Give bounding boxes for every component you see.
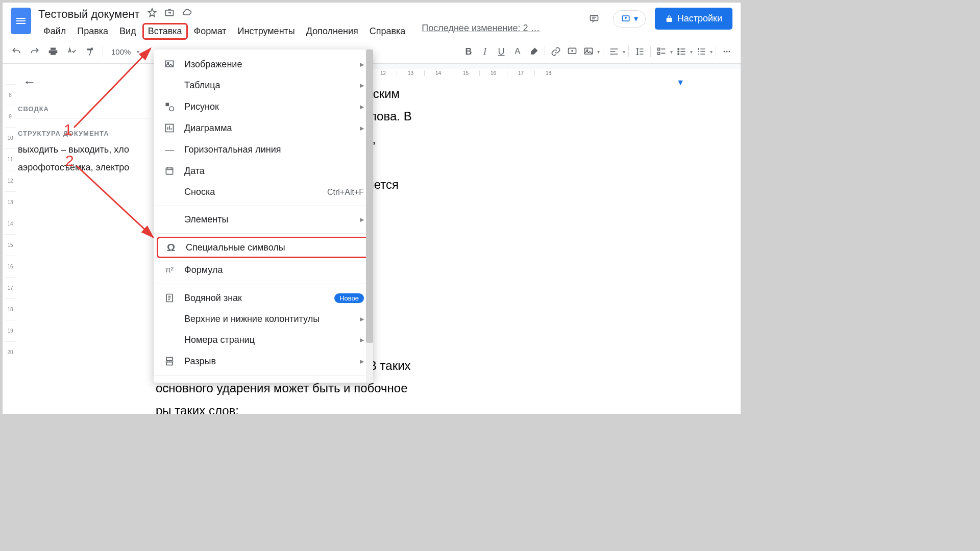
menu-item-chart[interactable]: Диаграмма ▶ [154,117,373,139]
more-button[interactable] [719,44,734,59]
menu-item-elements[interactable]: Элементы ▶ [154,209,373,230]
ruler-indent-marker-icon[interactable]: ▼ [676,78,684,87]
chevron-right-icon: ▶ [360,316,364,322]
watermark-icon [164,292,175,304]
menu-insert[interactable]: Вставка [142,23,188,40]
svg-rect-7 [658,53,660,55]
app-window: Тестовый документ Файл Правка Вид Вставк… [2,2,741,414]
document-title[interactable]: Тестовый документ [38,8,140,21]
menu-item-hr[interactable]: — Горизонтальная линия [154,139,373,160]
bullet-list-button[interactable] [674,44,689,59]
svg-rect-21 [166,358,173,361]
pi-icon: π² [164,264,175,276]
svg-point-11 [724,51,725,53]
outline-item[interactable]: выходить – выходить, хло [18,144,150,155]
svg-point-12 [726,51,728,53]
menu-item-special-characters[interactable]: Ω Специальные символы [157,237,370,258]
chevron-down-icon: ▾ [634,14,638,23]
cloud-status-icon[interactable] [182,8,192,21]
print-button[interactable] [45,44,61,59]
menu-tools[interactable]: Инструменты [233,23,300,40]
svg-point-13 [729,51,730,53]
menu-item-date[interactable]: Дата [154,160,373,182]
vertical-ruler[interactable]: 891011121314151617181920 [5,84,16,412]
last-edit-link[interactable]: Последнее изменение: 2 … [422,23,540,40]
menu-view[interactable]: Вид [114,23,141,40]
chart-icon [164,122,175,134]
menu-item-image[interactable]: Изображение ▶ [154,54,373,75]
menu-edit[interactable]: Правка [72,23,113,40]
chevron-right-icon: ▶ [360,337,364,343]
svg-point-8 [678,48,679,50]
svg-rect-1 [590,15,598,20]
annotation-label-1: 1 [64,121,72,138]
numbered-list-button[interactable] [694,44,709,59]
menu-format[interactable]: Формат [189,23,232,40]
chevron-right-icon: ▶ [360,125,364,132]
header-right: ▾ Настройки [584,8,732,30]
undo-button[interactable] [9,44,24,59]
menu-addons[interactable]: Дополнения [301,23,363,40]
menu-divider [154,233,373,234]
menu-divider [154,284,373,284]
align-button[interactable] [606,44,622,59]
calendar-icon [164,165,175,177]
bold-button[interactable]: B [461,44,476,59]
menu-help[interactable]: Справка [364,23,411,40]
menu-divider [154,375,373,375]
highlight-button[interactable] [526,44,542,59]
star-icon[interactable] [147,8,157,21]
menu-file[interactable]: Файл [38,23,71,40]
menu-item-headers-footers[interactable]: Верхние и нижние колонтитулы ▶ [154,309,373,330]
comments-icon[interactable] [584,9,604,29]
drawing-icon [164,101,175,112]
present-button[interactable]: ▾ [613,10,646,28]
shortcut-label: Ctrl+Alt+F [327,188,364,197]
svg-rect-16 [166,103,169,107]
menubar: Файл Правка Вид Вставка Формат Инструмен… [38,23,577,40]
menu-item-page-numbers[interactable]: Номера страниц ▶ [154,330,373,350]
title-area: Тестовый документ Файл Правка Вид Вставк… [38,8,577,40]
outline-sidebar: ← СВОДКА СТРУКТУРА ДОКУМЕНТА выходить – … [3,64,156,414]
back-arrow-icon[interactable]: ← [23,74,150,90]
menu-item-footnote[interactable]: Сноска Ctrl+Alt+F [154,182,373,203]
chevron-right-icon: ▶ [360,61,364,68]
svg-rect-22 [166,362,173,365]
image-icon [164,59,175,70]
menu-scrollbar-thumb[interactable] [366,49,373,343]
comment-button[interactable] [565,44,580,59]
menu-item-break[interactable]: Разрыв ▶ [154,350,373,372]
spellcheck-button[interactable] [64,44,79,59]
paint-format-button[interactable] [82,44,97,59]
outline-heading: СТРУКТУРА ДОКУМЕНТА [18,130,150,137]
insert-menu-popup: Изображение ▶ Таблица ▶ Рисунок ▶ Диагра… [154,49,373,383]
chevron-right-icon: ▶ [360,216,364,223]
line-spacing-button[interactable] [632,44,647,59]
menu-item-table[interactable]: Таблица ▶ [154,75,373,96]
menu-item-formula[interactable]: π² Формула [154,259,373,281]
svg-rect-19 [166,168,173,174]
chevron-right-icon: ▶ [360,104,364,110]
outline-item[interactable]: аэрофотосъёмка, электро [18,162,150,173]
hr-icon: — [164,144,175,155]
checklist-button[interactable] [654,44,669,59]
settings-button[interactable]: Настройки [655,8,732,30]
text-color-button[interactable]: A [510,44,525,59]
settings-label: Настройки [677,13,722,24]
image-toolbar-button[interactable] [581,44,596,59]
menu-item-watermark[interactable]: Водяной знак Новое [154,287,373,309]
svg-point-9 [678,51,679,53]
divider [18,118,150,118]
link-button[interactable] [548,44,564,59]
redo-button[interactable] [27,44,42,59]
chevron-right-icon: ▶ [360,358,364,365]
annotation-label-2: 2 [65,152,74,169]
italic-button[interactable]: I [477,44,493,59]
new-badge: Новое [334,293,364,303]
zoom-select[interactable]: 100% [108,47,134,56]
move-folder-icon[interactable] [164,8,175,21]
docs-logo-icon[interactable] [11,8,31,34]
header: Тестовый документ Файл Правка Вид Вставк… [3,3,741,40]
underline-button[interactable]: U [494,44,509,59]
menu-item-drawing[interactable]: Рисунок ▶ [154,96,373,117]
